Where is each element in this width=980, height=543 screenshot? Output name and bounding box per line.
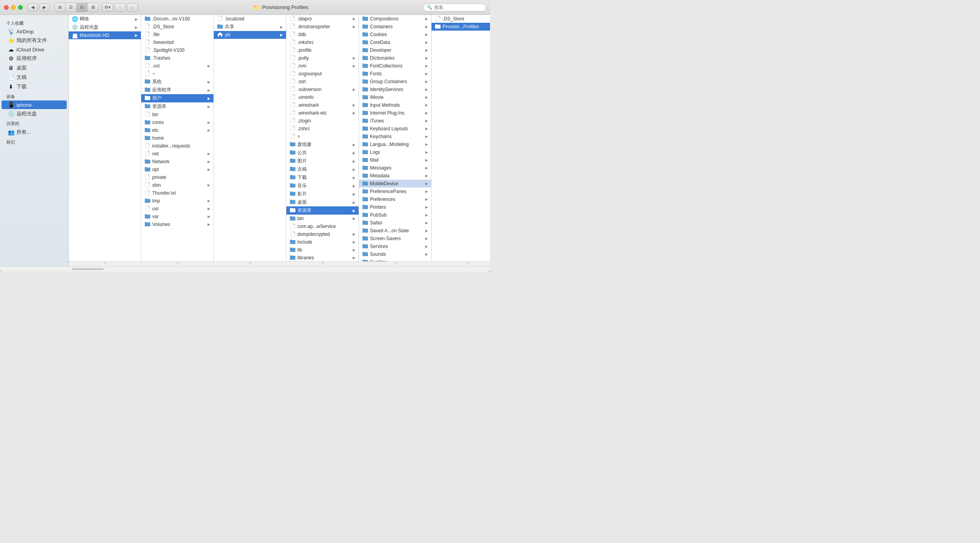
column-item[interactable]: = bbox=[286, 133, 359, 140]
column-item[interactable]: Spelling▶ bbox=[359, 258, 431, 261]
column-item[interactable]: .itmstransporter▶ bbox=[286, 23, 359, 31]
column-item[interactable]: MobileDevice▶ bbox=[359, 180, 431, 188]
column-item[interactable]: .subversion▶ bbox=[286, 86, 359, 93]
column-item[interactable]: Volumes▶ bbox=[141, 220, 213, 228]
column-item[interactable]: yfc▶ bbox=[214, 31, 286, 39]
maximize-button[interactable] bbox=[18, 5, 23, 10]
column-item[interactable]: Langua...Modeling▶ bbox=[359, 140, 431, 148]
search-input[interactable] bbox=[434, 5, 483, 10]
column-item[interactable]: Compositions▶ bbox=[359, 15, 431, 23]
tag-button[interactable]: ⬦ bbox=[127, 3, 138, 12]
close-button[interactable] bbox=[4, 5, 9, 10]
column-item[interactable]: Network▶ bbox=[141, 158, 213, 166]
column-item[interactable]: libraries▶ bbox=[286, 254, 359, 261]
column-item[interactable]: cores▶ bbox=[141, 118, 213, 126]
column-item[interactable]: var▶ bbox=[141, 213, 213, 220]
column-item[interactable]: Cookies▶ bbox=[359, 31, 431, 38]
column-item[interactable]: 系统▶ bbox=[141, 78, 213, 86]
column-item[interactable]: Metadata▶ bbox=[359, 172, 431, 180]
sidebar-item[interactable]: 👥所有... bbox=[2, 128, 67, 137]
column-item[interactable]: 资源库▶ bbox=[286, 206, 359, 215]
column-item[interactable]: Fonts▶ bbox=[359, 70, 431, 78]
sidebar-item[interactable]: ⚙应用程序 bbox=[2, 54, 67, 63]
sidebar-item[interactable]: 📱iphone bbox=[2, 100, 67, 109]
column-item[interactable]: .putty▶ bbox=[286, 54, 359, 62]
column-item[interactable]: 用户▶ bbox=[141, 94, 213, 102]
column-item[interactable]: .mkshrc bbox=[286, 38, 359, 46]
column-item[interactable]: .idapro▶ bbox=[286, 15, 359, 23]
share-button[interactable]: ↑ bbox=[115, 3, 126, 12]
list-view-button[interactable]: ☰ bbox=[66, 3, 77, 12]
column-item[interactable]: .lldb bbox=[286, 31, 359, 38]
column-item[interactable]: PreferencePanes▶ bbox=[359, 188, 431, 195]
column-item[interactable]: Screen Savers▶ bbox=[359, 235, 431, 242]
column-item[interactable]: .localized bbox=[214, 15, 286, 23]
search-box[interactable]: 🔍 bbox=[423, 4, 486, 11]
column-resize-handle[interactable]: ⠿ bbox=[359, 261, 432, 266]
column-item[interactable]: iTunes▶ bbox=[359, 117, 431, 125]
column-item[interactable]: etc▶ bbox=[141, 126, 213, 134]
column-item[interactable]: include▶ bbox=[286, 238, 359, 246]
column-item[interactable]: .viminfo bbox=[286, 93, 359, 101]
column-item[interactable]: .vol▶ bbox=[141, 62, 213, 70]
column-resize-handle[interactable]: ⠿ bbox=[286, 261, 359, 266]
column-item[interactable]: iMovie▶ bbox=[359, 93, 431, 101]
column-item[interactable]: .Docum...ns-V100 bbox=[141, 15, 213, 23]
column-item[interactable]: Thunder.txt bbox=[141, 189, 213, 197]
sidebar-item[interactable]: 🖥桌面 bbox=[2, 63, 67, 73]
action-button[interactable]: ⚙▾ bbox=[102, 3, 113, 12]
column-item[interactable]: 音乐▶ bbox=[286, 182, 359, 190]
column-resize-handle[interactable]: ⠿ bbox=[214, 261, 286, 266]
column-item[interactable]: Saved A...on State▶ bbox=[359, 227, 431, 235]
column-item[interactable]: .DS_Store bbox=[141, 23, 213, 31]
column-item[interactable]: .profile bbox=[286, 46, 359, 54]
column-item[interactable]: home bbox=[141, 134, 213, 142]
column-item[interactable]: IdentityServices▶ bbox=[359, 86, 431, 93]
column-item[interactable]: 应用程序▶ bbox=[141, 86, 213, 94]
forward-button[interactable]: ▶ bbox=[39, 4, 49, 11]
sidebar-item[interactable]: ⬇下载 bbox=[2, 82, 67, 91]
column-item[interactable]: 💿远程光盘▶ bbox=[69, 23, 141, 31]
column-item[interactable]: 🌐网络▶ bbox=[69, 15, 141, 23]
column-item[interactable]: 废纸篓▶ bbox=[286, 140, 359, 149]
column-item[interactable]: .ssh bbox=[286, 78, 359, 86]
back-button[interactable]: ◀ bbox=[27, 4, 38, 11]
column-item[interactable]: Messages▶ bbox=[359, 164, 431, 172]
column-item[interactable]: .Spotlight-V100 bbox=[141, 46, 213, 54]
column-item[interactable]: Provisio...Profiles▶ bbox=[432, 23, 490, 31]
column-item[interactable]: .rvm▶ bbox=[286, 62, 359, 70]
column-item[interactable]: tmp▶ bbox=[141, 197, 213, 205]
column-item[interactable]: Safari▶ bbox=[359, 219, 431, 227]
column-item[interactable]: .wireshark▶ bbox=[286, 101, 359, 109]
column-item[interactable]: .sogouinput bbox=[286, 70, 359, 78]
column-item[interactable]: Internet Plug-Ins▶ bbox=[359, 109, 431, 117]
sidebar-item[interactable]: ☁iCloud Drive bbox=[2, 45, 67, 54]
column-item[interactable]: Group Containers▶ bbox=[359, 78, 431, 86]
column-item[interactable]: 共享▶ bbox=[214, 23, 286, 31]
column-item[interactable]: 💻Macintosh HD▶ bbox=[69, 31, 141, 39]
minimize-button[interactable] bbox=[11, 5, 16, 10]
column-item[interactable]: FontCollections▶ bbox=[359, 62, 431, 70]
column-item[interactable]: Keychains▶ bbox=[359, 133, 431, 140]
column-resize-handle[interactable]: ⠿ bbox=[432, 261, 490, 266]
column-item[interactable]: Input Methods▶ bbox=[359, 101, 431, 109]
column-item[interactable]: .zshrc bbox=[286, 125, 359, 133]
column-item[interactable]: .DS_Store bbox=[432, 15, 490, 23]
column-item[interactable]: 资源库▶ bbox=[141, 102, 213, 111]
column-item[interactable]: .Trashes bbox=[141, 54, 213, 62]
column-item[interactable]: installer...requests bbox=[141, 142, 213, 150]
icon-view-button[interactable]: ⊞ bbox=[55, 3, 66, 12]
column-item[interactable]: 影片▶ bbox=[286, 190, 359, 198]
column-item[interactable]: sbin▶ bbox=[141, 181, 213, 189]
column-item[interactable]: bin▶ bbox=[286, 215, 359, 222]
column-item[interactable]: 桌面▶ bbox=[286, 198, 359, 206]
column-item[interactable]: Developer▶ bbox=[359, 46, 431, 54]
column-item[interactable]: lib▶ bbox=[286, 246, 359, 254]
column-item[interactable]: Dictionaries▶ bbox=[359, 54, 431, 62]
column-item[interactable]: opt▶ bbox=[141, 166, 213, 173]
column-item[interactable]: .wireshark-etc▶ bbox=[286, 109, 359, 117]
column-item[interactable]: 文稿▶ bbox=[286, 165, 359, 173]
column-item[interactable]: usr▶ bbox=[141, 205, 213, 213]
column-item[interactable]: PubSub▶ bbox=[359, 211, 431, 219]
column-item[interactable]: 下载▶ bbox=[286, 173, 359, 182]
